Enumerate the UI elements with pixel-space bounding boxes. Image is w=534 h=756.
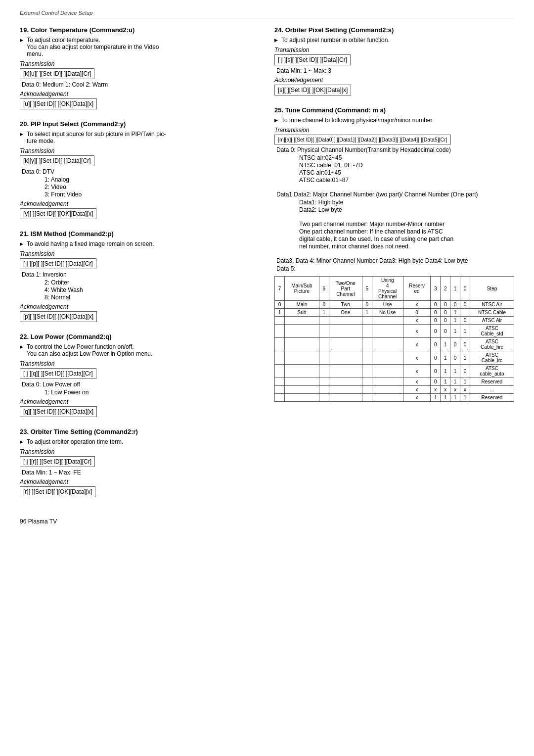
section-24-data: Data Min: 1 ~ Max: 3: [274, 67, 514, 74]
section-25-data5: Data 5:: [274, 265, 514, 272]
section-25: 25. Tune Command (Command: m a) To tune …: [274, 106, 514, 402]
section-20: 20. PIP Input Select (Command2:y) To sel…: [20, 120, 260, 221]
section-25-digital: digital cable, it can be used. In case o…: [274, 236, 514, 242]
section-25-data12-title: Data1,Data2: Major Channel Number (two p…: [274, 191, 514, 198]
table-row: x0110ATSCcable_auto: [275, 365, 514, 378]
section-22-ack-code: [q][ ][Set ID][ ][OK][Data][x]: [20, 406, 97, 417]
section-25-nel: nel number, minor channel does not need.: [274, 243, 514, 250]
section-25-atsc-cable: ATSC cable:01~87: [274, 177, 514, 184]
section-23-ack-code: [r][ ][Set ID][ ][OK][Data][x]: [20, 486, 95, 497]
section-23-data: Data Min: 1 ~ Max: FE: [20, 469, 260, 476]
section-20-ack-code: [y][ ][Set ID][ ][OK][Data][x]: [20, 208, 96, 219]
col-0: 0: [460, 277, 470, 301]
section-23-tx-label: Transmission: [20, 448, 260, 455]
table-row: 1Sub1One1No Use0001NTSC Cable: [275, 309, 514, 317]
section-25-tx-code: [m][a][ ][Set ID][ ][Data0][ ][Data1][ ]…: [274, 135, 451, 144]
section-19-bullet: To adjust color temperature.You can also…: [20, 37, 260, 57]
section-22-ack-label: Acknowledgement: [20, 398, 260, 405]
section-25-data0: Data 0: Physical Channel Number(Transmit…: [274, 146, 514, 153]
table-row: x0010ATSC Air: [275, 317, 514, 325]
section-21-ack-label: Acknowledgement: [20, 303, 260, 310]
section-19-data: Data 0: Medium 1: Cool 2: Warm: [20, 81, 260, 88]
section-24-bullet: To adjust pixel number in orbiter functi…: [274, 37, 514, 44]
section-25-title: 25. Tune Command (Command: m a): [274, 106, 514, 114]
section-25-bullet: To tune channel to following physical/ma…: [274, 117, 514, 124]
section-19-title: 19. Color Temperature (Command2:u): [20, 26, 260, 34]
section-22-tx-label: Transmission: [20, 360, 260, 367]
page-header: External Control Device Setup: [20, 10, 514, 18]
col-3: 3: [431, 277, 441, 301]
section-20-tx-label: Transmission: [20, 147, 260, 154]
section-25-two-part: Two part channel number: Major number-Mi…: [274, 221, 514, 228]
section-25-data1: Data1: High byte: [274, 199, 514, 206]
section-24-ack-code: [s][ ][Set ID][ ][OK][Data][x]: [274, 85, 351, 95]
section-24-title: 24. Orbiter Pixel Setting (Command2:s): [274, 26, 514, 34]
section-21-data-8: 8: Normal: [20, 294, 260, 301]
section-20-title: 20. PIP Input Select (Command2:y): [20, 120, 260, 128]
section-23-ack-label: Acknowledgement: [20, 478, 260, 485]
col-1: 1: [450, 277, 460, 301]
col-7: 7: [275, 277, 285, 301]
section-19-tx-label: Transmission: [20, 60, 260, 67]
table-row: xxxxx...: [275, 386, 514, 394]
section-20-ack-label: Acknowledgement: [20, 200, 260, 207]
section-20-data-2: 2: Video: [20, 184, 260, 190]
section-22-bullet: To control the Low Power function on/off…: [20, 343, 260, 357]
col-reserv: Reserved: [403, 277, 431, 301]
col-2: 2: [441, 277, 450, 301]
section-22-data-0: Data 0: Low Power off: [20, 381, 260, 388]
section-25-tx-label: Transmission: [274, 127, 514, 134]
right-column: 24. Orbiter Pixel Setting (Command2:s) T…: [274, 26, 514, 508]
col-mainsub: Main/SubPicture: [284, 277, 319, 301]
section-25-atsc-air: ATSC air:01~45: [274, 169, 514, 176]
section-22: 22. Low Power (Command2:q) To control th…: [20, 333, 260, 419]
section-21-data-0: Data 1: Inversion: [20, 271, 260, 278]
section-19-tx-code: [k][u][ ][Set ID][ ][Data][Cr]: [20, 68, 94, 79]
col-using: Using4PhysicalChannel: [372, 277, 403, 301]
header-text: External Control Device Setup: [20, 10, 92, 16]
section-20-data-0: Data 0: DTV: [20, 168, 260, 175]
left-column: 19. Color Temperature (Command2:u) To ad…: [20, 26, 260, 508]
section-22-tx-code: [ j ][q][ ][Set ID][ ][Data][Cr]: [20, 368, 96, 379]
section-21-ack-code: [p][ ][Set ID][ ][OK][Data][x]: [20, 311, 97, 322]
section-20-bullet: To select input source for sub picture i…: [20, 131, 260, 144]
section-21-tx-code: [ j ][p][ ][Set ID][ ][Data][Cr]: [20, 258, 96, 269]
section-24-ack-label: Acknowledgement: [274, 77, 514, 84]
section-20-tx-code: [k][y][ ][Set ID][ ][Data][Cr]: [20, 155, 94, 166]
section-25-ntsc-air: NTSC air:02~45: [274, 154, 514, 161]
section-20-data-1: 1: Analog: [20, 176, 260, 183]
section-25-data34: Data3, Data 4: Minor Channel Number Data…: [274, 257, 514, 264]
section-21-data-2: 2: Orbiter: [20, 279, 260, 286]
section-25-one-part: One part channel number: If the channel …: [274, 228, 514, 235]
table-row: x0011ATSCCable_std: [275, 325, 514, 338]
section-21-title: 21. ISM Method (Command2:p): [20, 230, 260, 237]
section-21-data-4: 4: White Wash: [20, 286, 260, 293]
section-19-ack-label: Acknowledgement: [20, 91, 260, 97]
section-20-data-3: 3: Front Video: [20, 191, 260, 198]
section-21-tx-label: Transmission: [20, 250, 260, 257]
section-24-tx-label: Transmission: [274, 47, 514, 53]
col-step: Step: [470, 277, 514, 301]
table-row: x0100ATSCCable_hrc: [275, 338, 514, 351]
section-19: 19. Color Temperature (Command2:u) To ad…: [20, 26, 260, 111]
section-23-title: 23. Orbiter Time Setting (Command2:r): [20, 428, 260, 435]
page-footer: 96 Plasma TV: [20, 518, 514, 525]
section-23-bullet: To adjust orbiter operation time term.: [20, 438, 260, 445]
table-row: 0Main0Two0Usex0000NTSC Air: [275, 301, 514, 309]
section-22-title: 22. Low Power (Command2:q): [20, 333, 260, 340]
col-5: 5: [362, 277, 372, 301]
section-25-ntsc-cable: NTSC cable: 01, 0E~7D: [274, 162, 514, 169]
tune-table: 7 Main/SubPicture 6 Two/OnePartChannel 5…: [274, 276, 514, 402]
section-21-bullet: To avoid having a fixed image remain on …: [20, 240, 260, 247]
section-21: 21. ISM Method (Command2:p) To avoid hav…: [20, 230, 260, 324]
section-25-data2: Data2: Low byte: [274, 206, 514, 213]
section-24: 24. Orbiter Pixel Setting (Command2:s) T…: [274, 26, 514, 97]
section-24-tx-code: [ j ][s][ ][Set ID][ ][Data][Cr]: [274, 54, 351, 65]
table-row: x0111Reserved: [275, 378, 514, 386]
section-23-tx-code: [ j ][r][ ][Set ID][ ][Data][Cr]: [20, 456, 95, 467]
col-twoone: Two/OnePartChannel: [329, 277, 362, 301]
table-row: x1111Reserved: [275, 394, 514, 402]
table-row: x0101ATSCCable_irc: [275, 351, 514, 365]
section-22-data-1: 1: Low Power on: [20, 389, 260, 396]
col-6: 6: [319, 277, 329, 301]
